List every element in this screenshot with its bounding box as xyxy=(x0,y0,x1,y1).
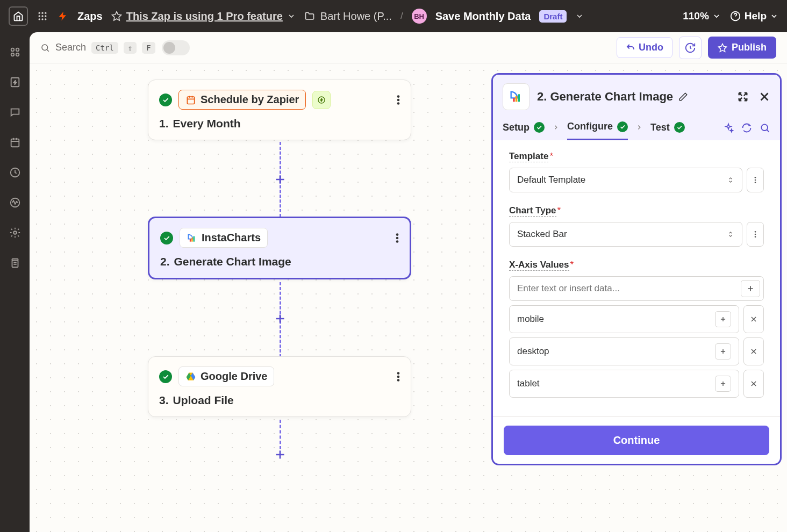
svg-point-10 xyxy=(11,48,14,52)
remove-value-button[interactable] xyxy=(743,370,764,398)
rail-bolt-icon[interactable] xyxy=(8,75,22,89)
svg-point-38 xyxy=(761,124,768,131)
apps-grid-icon[interactable] xyxy=(37,10,48,22)
insert-data-button[interactable] xyxy=(715,376,731,392)
tab-configure[interactable]: Configure xyxy=(567,121,628,140)
app-badge-instacharts: InstaCharts xyxy=(180,228,268,248)
svg-point-8 xyxy=(45,18,46,20)
svg-point-31 xyxy=(396,240,399,243)
chart-type-select[interactable]: Stacked Bar xyxy=(509,222,742,247)
home-button[interactable] xyxy=(9,6,28,26)
user-avatar: BH xyxy=(412,9,427,24)
tab-test[interactable]: Test xyxy=(650,122,685,140)
check-icon xyxy=(534,122,545,133)
svg-point-3 xyxy=(39,15,40,17)
xaxis-value[interactable]: desktop xyxy=(517,346,549,357)
template-select[interactable]: Default Template xyxy=(509,168,742,192)
search-small-icon[interactable] xyxy=(760,123,770,133)
rail-versions-icon[interactable] xyxy=(8,256,22,270)
rail-notes-icon[interactable] xyxy=(8,105,22,119)
field-options-button[interactable] xyxy=(747,168,764,192)
svg-point-18 xyxy=(13,231,17,234)
undo-button[interactable]: Undo xyxy=(617,37,672,58)
rail-history-icon[interactable] xyxy=(8,166,22,179)
search-control[interactable]: Search Ctrl ⇧ F xyxy=(40,42,155,54)
rail-apps-icon[interactable] xyxy=(8,45,22,59)
redo-button[interactable] xyxy=(679,37,702,59)
svg-point-7 xyxy=(41,18,43,20)
refresh-icon[interactable] xyxy=(741,123,752,133)
step-more-menu[interactable] xyxy=(397,94,400,106)
svg-point-29 xyxy=(396,233,399,236)
remove-value-button[interactable] xyxy=(743,305,764,333)
svg-point-24 xyxy=(397,98,400,101)
svg-point-25 xyxy=(397,102,400,105)
svg-rect-35 xyxy=(513,98,515,102)
folder-icon xyxy=(304,11,315,21)
svg-point-34 xyxy=(397,379,400,382)
svg-point-23 xyxy=(397,95,400,98)
chevron-down-icon[interactable] xyxy=(575,12,584,20)
svg-rect-19 xyxy=(12,260,18,267)
zap-title[interactable]: Save Monthly Data xyxy=(435,10,531,23)
instant-badge xyxy=(312,91,331,109)
view-toggle[interactable] xyxy=(162,40,190,55)
step-card-3[interactable]: Google Drive 3.Upload File xyxy=(148,356,411,417)
check-icon xyxy=(617,121,628,132)
xaxis-value-row: desktop xyxy=(509,337,764,365)
chevron-right-icon xyxy=(552,124,560,138)
draft-badge: Draft xyxy=(539,10,567,23)
add-step-button[interactable] xyxy=(272,311,288,327)
pro-feature-link[interactable]: This Zap is using 1 Pro feature xyxy=(111,10,296,23)
zaps-label[interactable]: Zaps xyxy=(77,10,103,23)
kbd-f: F xyxy=(142,42,155,54)
close-icon[interactable] xyxy=(759,91,770,103)
svg-point-39 xyxy=(755,177,756,178)
svg-rect-21 xyxy=(187,97,194,104)
xaxis-label: X-Axis Values xyxy=(509,260,569,271)
continue-button[interactable]: Continue xyxy=(504,426,769,455)
check-icon xyxy=(159,94,172,106)
publish-button[interactable]: Publish xyxy=(708,37,776,59)
xaxis-input[interactable] xyxy=(510,277,738,300)
svg-rect-28 xyxy=(194,236,195,241)
help-menu[interactable]: Help xyxy=(729,10,778,22)
insert-data-button[interactable] xyxy=(715,343,731,360)
svg-point-13 xyxy=(16,53,19,56)
expand-icon[interactable] xyxy=(737,91,749,103)
step-card-2[interactable]: InstaCharts 2.Generate Chart Image xyxy=(148,217,411,279)
chart-type-label: Chart Type xyxy=(509,205,556,217)
rail-activity-icon[interactable] xyxy=(8,196,22,210)
kbd-shift: ⇧ xyxy=(124,42,137,54)
check-icon xyxy=(674,122,685,133)
svg-point-41 xyxy=(755,182,756,183)
home-icon xyxy=(13,11,24,21)
insert-data-button[interactable] xyxy=(741,280,760,297)
add-step-button[interactable] xyxy=(272,447,288,463)
step-more-menu[interactable] xyxy=(397,371,400,383)
xaxis-value[interactable]: tablet xyxy=(517,378,540,389)
svg-rect-26 xyxy=(190,239,191,241)
chevron-right-icon xyxy=(635,124,643,138)
folder-name[interactable]: Bart Howe (P... xyxy=(320,10,392,23)
app-badge-googledrive: Google Drive xyxy=(178,366,274,386)
svg-rect-37 xyxy=(518,94,520,102)
xaxis-value[interactable]: mobile xyxy=(517,314,544,325)
tab-setup[interactable]: Setup xyxy=(503,122,545,140)
zoom-control[interactable]: 110% xyxy=(683,10,721,22)
step-card-1[interactable]: Schedule by Zapier 1.Every Month xyxy=(148,80,411,140)
sparkle-icon[interactable] xyxy=(723,123,734,133)
field-options-button[interactable] xyxy=(747,222,764,247)
svg-point-42 xyxy=(755,231,756,233)
svg-point-11 xyxy=(16,48,19,52)
step-more-menu[interactable] xyxy=(396,232,399,244)
googledrive-icon xyxy=(185,371,196,382)
rail-settings-icon[interactable] xyxy=(8,226,22,240)
rail-calendar-icon[interactable] xyxy=(8,135,22,149)
insert-data-button[interactable] xyxy=(715,311,731,327)
remove-value-button[interactable] xyxy=(743,337,764,365)
add-step-button[interactable] xyxy=(272,171,288,188)
svg-point-20 xyxy=(42,45,48,51)
edit-icon[interactable] xyxy=(678,92,688,102)
svg-point-2 xyxy=(45,12,46,14)
